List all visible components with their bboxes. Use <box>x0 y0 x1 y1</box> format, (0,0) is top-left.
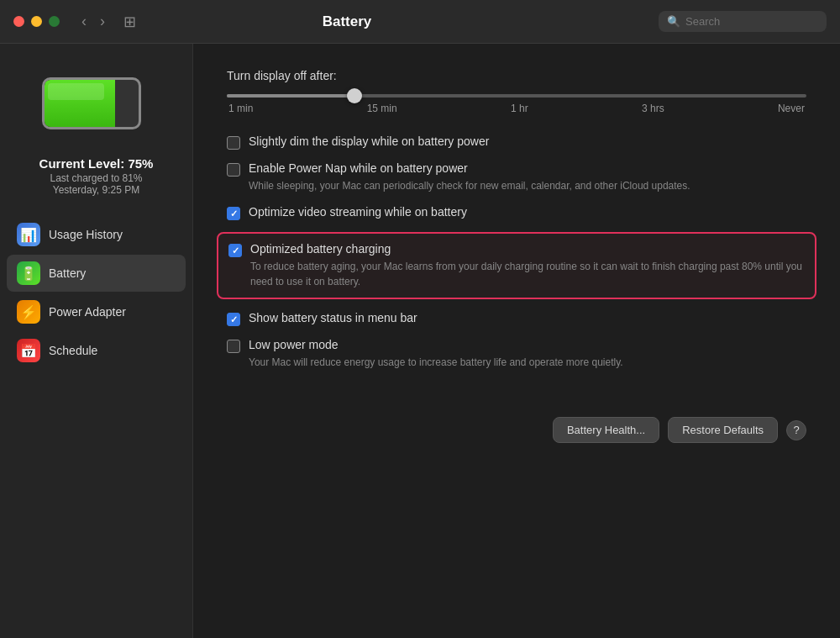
checkbox-optimized-charging[interactable] <box>228 244 242 257</box>
option-low-power: Low power mode Your Mac will reduce ener… <box>227 338 806 370</box>
slider-ticks: 1 min 15 min 1 hr 3 hrs Never <box>227 103 806 114</box>
option-dim-display-label: Slightly dim the display while on batter… <box>249 134 806 148</box>
option-dim-display: Slightly dim the display while on batter… <box>227 134 806 150</box>
battery-status: Current Level: 75% Last charged to 81% Y… <box>23 156 171 196</box>
sidebar-item-usage-history[interactable]: 📊 Usage History <box>7 216 186 253</box>
option-video-streaming-text: Optimize video streaming while on batter… <box>249 205 806 219</box>
restore-defaults-button[interactable]: Restore Defaults <box>668 417 778 443</box>
checkbox-dim-display[interactable] <box>227 136 240 150</box>
maximize-button[interactable] <box>49 16 60 27</box>
display-off-slider-section: Turn display off after: 1 min 15 min 1 h… <box>227 69 806 114</box>
tick-1min: 1 min <box>228 103 253 114</box>
sidebar-item-label: Schedule <box>49 344 97 357</box>
help-button[interactable]: ? <box>786 420 806 440</box>
current-level-label: Current Level: 75% <box>39 156 154 171</box>
option-power-nap-text: Enable Power Nap while on battery power … <box>249 161 806 193</box>
minimize-button[interactable] <box>31 16 42 27</box>
option-low-power-desc: Your Mac will reduce energy usage to inc… <box>249 355 806 370</box>
sidebar-nav: 📊 Usage History 🔋 Battery ⚡ Power Adapte… <box>0 216 192 371</box>
sidebar-item-schedule[interactable]: 📅 Schedule <box>7 332 186 369</box>
bottom-buttons: Battery Health... Restore Defaults ? <box>227 403 806 443</box>
power-adapter-icon: ⚡ <box>17 300 40 324</box>
search-input[interactable] <box>685 15 811 28</box>
sidebar: Current Level: 75% Last charged to 81% Y… <box>0 44 193 638</box>
option-power-nap-label: Enable Power Nap while on battery power <box>249 161 806 175</box>
traffic-lights <box>13 16 60 27</box>
option-video-streaming: Optimize video streaming while on batter… <box>227 205 806 220</box>
option-low-power-text: Low power mode Your Mac will reduce ener… <box>249 338 806 370</box>
tick-never: Never <box>778 103 805 114</box>
sidebar-item-battery[interactable]: 🔋 Battery <box>7 255 186 292</box>
battery-sheen <box>48 83 104 100</box>
option-menu-bar: Show battery status in menu bar <box>227 311 806 326</box>
last-charged-label: Last charged to 81% <box>39 172 154 184</box>
checkbox-video-streaming[interactable] <box>227 207 240 220</box>
titlebar: ‹ › ⊞ Battery 🔍 <box>0 0 840 44</box>
sidebar-item-label: Battery <box>49 266 86 280</box>
slider-label: Turn display off after: <box>227 69 806 82</box>
slider-thumb[interactable] <box>347 88 362 103</box>
search-icon: 🔍 <box>667 15 680 28</box>
last-charged-date: Yesterday, 9:25 PM <box>39 184 154 196</box>
checkbox-power-nap[interactable] <box>227 163 240 177</box>
usage-history-icon: 📊 <box>17 223 40 246</box>
battery-health-button[interactable]: Battery Health... <box>553 417 659 443</box>
option-optimized-charging-text: Optimized battery charging To reduce bat… <box>250 242 805 289</box>
option-dim-display-text: Slightly dim the display while on batter… <box>249 134 806 148</box>
sidebar-item-label: Usage History <box>49 228 123 241</box>
option-menu-bar-text: Show battery status in menu bar <box>249 311 806 324</box>
search-bar: 🔍 <box>659 11 827 32</box>
option-optimized-charging: Optimized battery charging To reduce bat… <box>217 232 816 299</box>
close-button[interactable] <box>13 16 24 27</box>
titlebar-title: Battery <box>45 13 648 30</box>
battery-graphic <box>42 77 151 136</box>
slider-container[interactable] <box>227 94 806 98</box>
option-video-streaming-label: Optimize video streaming while on batter… <box>249 205 806 219</box>
battery-nav-icon: 🔋 <box>17 261 40 285</box>
slider-filled <box>227 94 354 98</box>
checkbox-menu-bar[interactable] <box>227 313 240 326</box>
sidebar-item-power-adapter[interactable]: ⚡ Power Adapter <box>7 293 186 330</box>
tick-3hrs: 3 hrs <box>642 103 664 114</box>
option-power-nap: Enable Power Nap while on battery power … <box>227 161 806 193</box>
tick-15min: 15 min <box>367 103 397 114</box>
option-menu-bar-label: Show battery status in menu bar <box>249 311 806 324</box>
slider-track <box>227 94 806 98</box>
option-optimized-charging-label: Optimized battery charging <box>250 242 805 256</box>
sidebar-item-label: Power Adapter <box>49 305 126 319</box>
content-area: Turn display off after: 1 min 15 min 1 h… <box>193 44 840 638</box>
battery-body <box>42 77 141 129</box>
option-low-power-label: Low power mode <box>249 338 806 351</box>
checkbox-low-power[interactable] <box>227 340 240 353</box>
main-layout: Current Level: 75% Last charged to 81% Y… <box>0 44 840 638</box>
option-optimized-charging-desc: To reduce battery aging, your Mac learns… <box>250 259 805 289</box>
schedule-icon: 📅 <box>17 339 40 362</box>
tick-1hr: 1 hr <box>511 103 528 114</box>
option-power-nap-desc: While sleeping, your Mac can periodicall… <box>249 178 806 193</box>
battery-terminal <box>140 93 141 113</box>
